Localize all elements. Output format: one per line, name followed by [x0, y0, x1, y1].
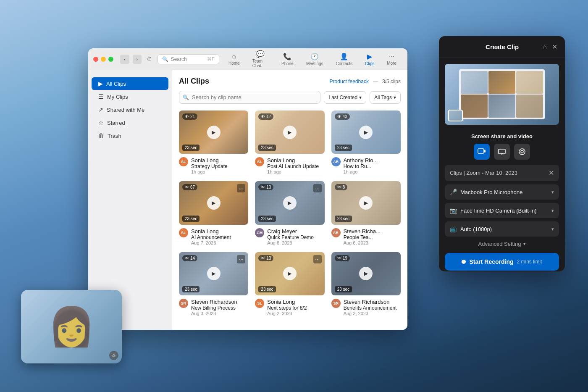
sidebar-item-shared-with-me[interactable]: ↗ Shared with Me [92, 103, 168, 116]
quality-field[interactable]: 📺 Auto (1080p) ▾ [445, 221, 559, 237]
play-button[interactable]: ▶ [283, 267, 297, 280]
header-right: Product feedback — 3/5 clips [330, 79, 401, 84]
feedback-link[interactable]: Product feedback [330, 79, 369, 84]
card-more-button[interactable]: ··· [313, 255, 322, 263]
video-card-1[interactable]: ▶ 👁 21 23 sec SL Sonia Long Strategy Upd… [179, 110, 248, 174]
sidebar-item-all-clips[interactable]: ▶ All Clips [92, 77, 168, 90]
camera-close-button[interactable]: ⊘ [109, 351, 118, 360]
card-info: SL Sonia Long Strategy Update 1h ago [179, 157, 248, 174]
screen-only-mode-button[interactable] [494, 144, 510, 160]
card-time: 1h ago [191, 169, 228, 174]
camera-value: FaceTime HD Camera (Built-in) [460, 208, 548, 214]
video-card-9[interactable]: ▶ 👁 19 23 sec SR Steven Richardson Benef… [331, 252, 401, 316]
search-input[interactable] [179, 91, 320, 104]
meetings-icon: 🕐 [310, 53, 319, 61]
tab-phone[interactable]: 📞 Phone [276, 51, 299, 68]
video-thumb-2: ▶ 👁 17 23 sec [255, 110, 324, 154]
card-info: SR Steven Richardson New Billing Process… [179, 299, 248, 316]
sidebar-item-starred[interactable]: ☆ Starred [92, 116, 168, 129]
clip-name-value: Clips | Zoom - Mar 10, 2023 [450, 170, 545, 176]
card-title: Post AI Launch Update [267, 163, 319, 169]
tags-dropdown[interactable]: All Tags ▾ [370, 91, 401, 104]
camera-field[interactable]: 📷 FaceTime HD Camera (Built-in) ▾ [445, 203, 559, 218]
preview-small-camera [448, 110, 463, 121]
play-button[interactable]: ▶ [283, 126, 297, 139]
close-button[interactable]: ✕ [551, 42, 558, 52]
camera-content: 👩 ⊘ [21, 290, 122, 363]
view-count: 👁 43 [335, 113, 350, 120]
tab-contacts[interactable]: 👤 Contacts [330, 51, 358, 68]
play-button[interactable]: ▶ [359, 196, 373, 210]
home-button[interactable]: ⌂ [542, 42, 548, 52]
sidebar-item-trash[interactable]: 🗑 Trash [92, 129, 168, 142]
my-clips-icon: ☰ [98, 93, 104, 100]
avatar: CM [255, 228, 264, 237]
video-card-4[interactable]: ▶ 👁 67 23 sec ··· SL Sonia Long AI Annou… [179, 181, 248, 245]
camera-only-mode-button[interactable] [514, 144, 530, 160]
video-card-2[interactable]: ▶ 👁 17 23 sec SL Sonia Long Post AI Laun… [255, 110, 324, 174]
preview-cell-2 [488, 71, 515, 94]
video-card-5[interactable]: ▶ 👁 13 23 sec ··· CM Craig Meyer Quick F… [255, 181, 324, 245]
sidebar-item-my-clips[interactable]: ☰ My Clips [92, 90, 168, 103]
card-time: Aug 6, 2023 [344, 240, 381, 245]
play-button[interactable]: ▶ [207, 126, 220, 139]
settings-area: Clips | Zoom - Mar 10, 2023 ✕ 🎤 Macbook … [439, 165, 565, 237]
search-icon: 🔍 [183, 95, 189, 100]
clear-clip-name-button[interactable]: ✕ [549, 169, 554, 177]
video-card-8[interactable]: ▶ 👁 13 23 sec ··· SL Sonia Long Next ste… [255, 252, 324, 316]
titlebar-search[interactable]: 🔍 Search ⌘F [158, 54, 219, 64]
tab-team-chat[interactable]: 💬 Team Chat [247, 48, 275, 70]
close-button[interactable] [93, 57, 98, 62]
avatar: SR [331, 228, 341, 237]
video-thumb-3: ▶ 👁 43 23 sec [331, 110, 401, 154]
minimize-button[interactable] [101, 57, 106, 62]
card-title: Benefits Announcement [344, 305, 397, 311]
view-count: 👁 67 [182, 184, 197, 190]
card-more-button[interactable]: ··· [313, 184, 322, 192]
contacts-icon: 👤 [340, 53, 348, 61]
tab-home[interactable]: ⌂ Home [223, 51, 246, 67]
view-count: 👁 13 [258, 184, 273, 190]
start-recording-button[interactable]: Start Recording 2 mins limit [445, 253, 559, 271]
card-more-button[interactable]: ··· [237, 184, 245, 192]
preview-cell-1 [461, 71, 488, 94]
tab-meetings[interactable]: 🕐 Meetings [300, 51, 329, 68]
play-button[interactable]: ▶ [359, 126, 373, 139]
tab-clips[interactable]: ▶ Clips [359, 51, 380, 68]
card-time: 1h ago [267, 169, 319, 174]
card-time: Aug 3, 2023 [191, 311, 237, 316]
play-button[interactable]: ▶ [207, 196, 220, 210]
card-more-button[interactable]: ··· [237, 255, 245, 263]
screen-video-mode-button[interactable] [474, 144, 490, 160]
play-button[interactable]: ▶ [359, 267, 373, 280]
clip-name-field[interactable]: Clips | Zoom - Mar 10, 2023 ✕ [445, 165, 559, 181]
chevron-down-icon: ▾ [551, 189, 554, 195]
view-count: 👁 17 [258, 113, 273, 120]
card-title: Next steps for 8/2 [267, 305, 307, 311]
duration-badge: 23 sec [182, 286, 200, 292]
card-author: Craig Meyer [267, 228, 314, 234]
advanced-setting-row[interactable]: Advanced Setting ▾ [439, 237, 565, 251]
duration-badge: 23 sec [335, 216, 352, 222]
play-button[interactable]: ▶ [207, 267, 220, 280]
video-card-6[interactable]: ▶ 👁 8 23 sec SR Steven Richa... People T… [331, 181, 401, 245]
view-count: 👁 14 [182, 255, 197, 261]
card-time: Aug 2, 2023 [344, 311, 397, 316]
video-card-7[interactable]: ▶ 👁 14 23 sec ··· SR Steven Richardson N… [179, 252, 248, 316]
microphone-field[interactable]: 🎤 Macbook Pro Microphone ▾ [445, 184, 559, 200]
svg-rect-0 [478, 149, 484, 153]
history-icon: ⏱ [145, 55, 154, 64]
maximize-button[interactable] [108, 57, 113, 62]
play-button[interactable]: ▶ [283, 196, 297, 210]
video-thumb-7: ▶ 👁 14 23 sec ··· [179, 252, 248, 295]
video-card-3[interactable]: ▶ 👁 43 23 sec AR Anthony Rio... How to R… [331, 110, 401, 174]
avatar: SR [179, 299, 188, 308]
back-button[interactable]: ‹ [120, 55, 129, 64]
chevron-down-icon: ▾ [359, 95, 362, 100]
sort-dropdown[interactable]: Last Created ▾ [324, 91, 366, 104]
quality-icon: 📺 [450, 226, 457, 232]
forward-button[interactable]: › [133, 55, 142, 64]
all-clips-icon: ▶ [98, 80, 103, 87]
card-author: Sonia Long [267, 299, 307, 305]
tab-more[interactable]: ··· More [381, 51, 402, 67]
